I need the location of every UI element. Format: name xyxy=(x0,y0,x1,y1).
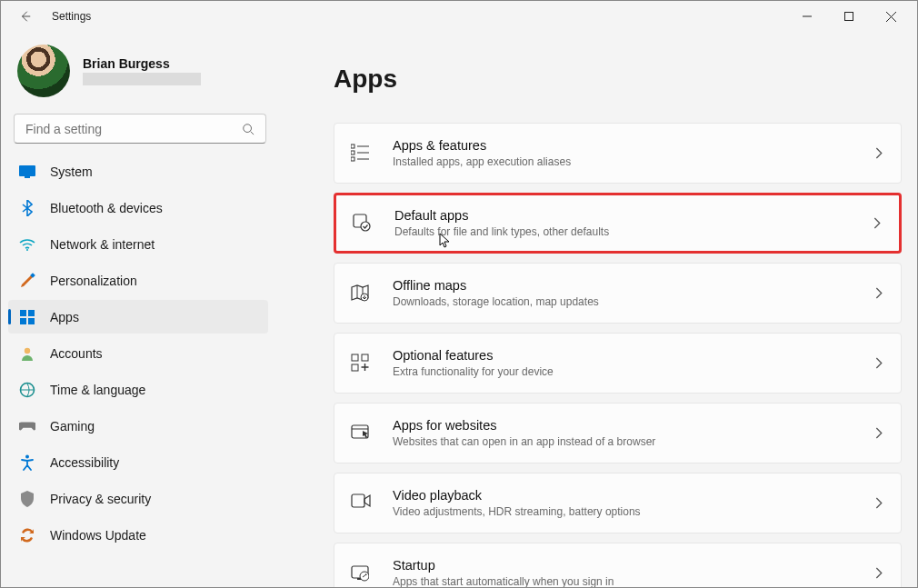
sidebar: Brian Burgess System Bluetooth & devices xyxy=(1,32,281,587)
chevron-right-icon xyxy=(873,357,884,369)
card-subtitle: Websites that can open in an app instead… xyxy=(393,434,873,449)
card-title: Startup xyxy=(393,557,873,575)
accessibility-icon xyxy=(19,454,35,471)
card-startup[interactable]: Startup Apps that start automatically wh… xyxy=(334,543,902,587)
sidebar-item-accounts[interactable]: Accounts xyxy=(8,336,268,370)
arrow-left-icon xyxy=(19,10,32,23)
offline-maps-icon xyxy=(351,284,371,304)
video-icon xyxy=(351,493,371,513)
chevron-right-icon xyxy=(873,427,884,439)
startup-icon xyxy=(351,563,371,583)
card-title: Apps for websites xyxy=(393,417,873,435)
sidebar-item-privacy[interactable]: Privacy & security xyxy=(8,482,268,515)
accounts-icon xyxy=(19,345,35,362)
card-apps-for-websites[interactable]: Apps for websites Websites that can open… xyxy=(334,403,902,463)
minimize-button[interactable] xyxy=(786,3,828,30)
card-subtitle: Downloads, storage location, map updates xyxy=(393,294,873,309)
bluetooth-icon xyxy=(19,200,35,216)
apps-features-icon xyxy=(351,144,371,164)
svg-point-24 xyxy=(361,222,370,231)
window-title: Settings xyxy=(52,10,91,23)
svg-point-4 xyxy=(244,124,252,132)
card-title: Optional features xyxy=(393,347,873,365)
svg-line-5 xyxy=(251,131,254,135)
card-video-playback[interactable]: Video playback Video adjustments, HDR st… xyxy=(334,473,902,533)
wifi-icon xyxy=(19,236,35,253)
time-language-icon xyxy=(19,382,35,398)
chevron-right-icon xyxy=(873,287,884,299)
sidebar-item-label: Network & internet xyxy=(50,237,155,252)
sidebar-item-label: Time & language xyxy=(50,383,145,397)
page-title: Apps xyxy=(334,65,904,94)
chevron-right-icon xyxy=(871,217,883,229)
card-list: Apps & features Installed apps, app exec… xyxy=(334,123,902,587)
back-button[interactable] xyxy=(15,6,35,26)
maximize-button[interactable] xyxy=(828,3,870,30)
card-offline-maps[interactable]: Offline maps Downloads, storage location… xyxy=(334,263,902,324)
svg-point-16 xyxy=(25,454,29,458)
paintbrush-icon xyxy=(19,273,35,289)
close-icon xyxy=(886,12,896,22)
sidebar-item-label: Bluetooth & devices xyxy=(50,201,163,215)
optional-features-icon xyxy=(351,354,371,374)
search-input[interactable] xyxy=(25,122,242,136)
svg-rect-18 xyxy=(351,151,354,154)
nav: System Bluetooth & devices Network & int… xyxy=(8,153,277,554)
svg-rect-11 xyxy=(28,310,35,316)
sidebar-item-label: Gaming xyxy=(50,419,95,434)
maximize-icon xyxy=(844,12,853,21)
sidebar-item-bluetooth[interactable]: Bluetooth & devices xyxy=(8,191,268,224)
sidebar-item-label: Privacy & security xyxy=(50,492,151,506)
default-apps-icon xyxy=(353,214,373,234)
chevron-right-icon xyxy=(873,497,884,509)
card-subtitle: Defaults for file and link types, other … xyxy=(394,224,871,239)
card-subtitle: Apps that start automatically when you s… xyxy=(393,574,873,587)
settings-window: Settings Brian Burgess xyxy=(0,0,918,588)
chevron-right-icon xyxy=(873,567,884,579)
card-apps-features[interactable]: Apps & features Installed apps, app exec… xyxy=(334,123,902,184)
shield-icon xyxy=(19,491,35,507)
svg-rect-6 xyxy=(19,165,35,176)
card-default-apps[interactable]: Default apps Defaults for file and link … xyxy=(334,193,902,254)
system-icon xyxy=(19,164,35,180)
svg-rect-13 xyxy=(28,318,35,324)
profile[interactable]: Brian Burgess xyxy=(8,39,277,108)
close-button[interactable] xyxy=(870,3,912,30)
apps-websites-icon xyxy=(351,424,371,443)
sidebar-item-label: Personalization xyxy=(50,274,137,288)
windows-update-icon xyxy=(19,527,35,543)
gaming-icon xyxy=(19,418,35,434)
minimize-icon xyxy=(803,12,812,21)
svg-rect-17 xyxy=(351,145,354,148)
sidebar-item-time-language[interactable]: Time & language xyxy=(8,373,268,406)
svg-rect-7 xyxy=(25,176,30,178)
main: Apps Apps & features Installed apps, app… xyxy=(281,32,917,587)
sidebar-item-gaming[interactable]: Gaming xyxy=(8,409,268,443)
content: Brian Burgess System Bluetooth & devices xyxy=(1,32,917,587)
card-title: Offline maps xyxy=(393,277,873,295)
sidebar-item-label: Windows Update xyxy=(50,528,146,543)
svg-rect-31 xyxy=(352,494,364,507)
profile-email-redacted xyxy=(83,73,201,85)
search-box[interactable] xyxy=(14,114,266,144)
avatar xyxy=(17,45,70,97)
sidebar-item-accessibility[interactable]: Accessibility xyxy=(8,445,268,479)
card-optional-features[interactable]: Optional features Extra functionality fo… xyxy=(334,333,902,394)
sidebar-item-system[interactable]: System xyxy=(8,154,268,188)
svg-point-14 xyxy=(25,347,30,353)
card-title: Default apps xyxy=(394,207,871,225)
sidebar-item-apps[interactable]: Apps xyxy=(8,300,268,334)
svg-rect-10 xyxy=(20,310,26,316)
svg-rect-19 xyxy=(351,157,354,161)
card-title: Apps & features xyxy=(393,137,873,155)
svg-rect-26 xyxy=(352,354,358,361)
profile-name: Brian Burgess xyxy=(83,56,201,71)
svg-point-8 xyxy=(26,249,28,251)
apps-icon xyxy=(19,309,35,325)
sidebar-item-network[interactable]: Network & internet xyxy=(8,227,268,261)
sidebar-item-personalization[interactable]: Personalization xyxy=(8,264,268,297)
sidebar-item-label: System xyxy=(50,164,93,179)
sidebar-item-windows-update[interactable]: Windows Update xyxy=(8,518,268,552)
svg-rect-28 xyxy=(352,364,358,371)
titlebar: Settings xyxy=(1,1,917,32)
